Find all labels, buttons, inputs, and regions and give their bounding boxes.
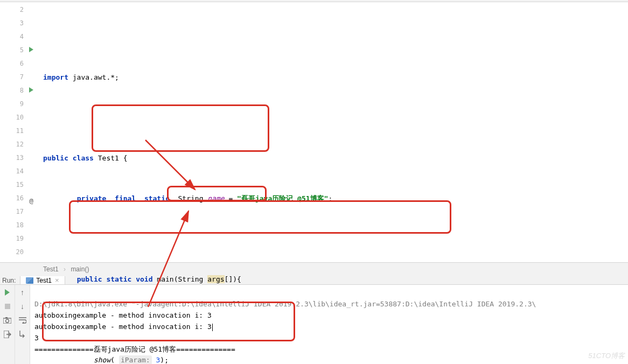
line-number: 19 [0, 232, 24, 246]
line-number: 12 [0, 138, 24, 151]
line-number-gutter: 2 3 4 5 6 7 8 9 10 11 12 13 14 15 16@ 17… [0, 2, 37, 262]
run-toolbar-left [0, 285, 15, 364]
console-line: 3 [34, 334, 39, 342]
line-number: 13 [0, 151, 24, 165]
run-config-icon [26, 277, 33, 284]
line-number: 15 [0, 178, 24, 192]
up-arrow-icon[interactable]: ↑ [18, 288, 27, 297]
rerun-icon[interactable] [3, 288, 12, 297]
line-number: 20 [0, 246, 24, 259]
wrap-icon[interactable] [18, 316, 27, 325]
line-number: 2 [0, 3, 24, 17]
svg-rect-2 [5, 317, 8, 319]
run-main-icon[interactable] [29, 87, 33, 93]
run-toolbar-col2: ↑ ↓ [15, 285, 30, 364]
editor-area: 2 3 4 5 6 7 8 9 10 11 12 13 14 15 16@ 17… [0, 2, 628, 263]
stop-icon[interactable] [3, 302, 12, 311]
line-number: 17 [0, 205, 24, 219]
line-number: 16@ [0, 192, 24, 205]
line-number: 9 [0, 97, 24, 111]
run-label: Run: [0, 276, 20, 284]
line-number: 3 [0, 17, 24, 30]
watermark: 51CTO博客 [588, 351, 625, 361]
line-number: 5 [0, 44, 24, 57]
run-class-icon[interactable] [29, 47, 33, 52]
line-number: 7 [0, 71, 24, 84]
code-editor[interactable]: import java.awt.*; public class Test1 { … [37, 2, 628, 262]
svg-point-1 [6, 319, 9, 323]
line-number: 10 [0, 111, 24, 124]
scroll-to-end-icon[interactable] [18, 330, 27, 339]
line-number: 6 [0, 57, 24, 71]
camera-icon[interactable] [3, 316, 12, 325]
line-number: 18 [0, 219, 24, 232]
line-number: 4 [0, 30, 24, 44]
exit-icon[interactable] [3, 330, 12, 339]
line-number: 14 [0, 165, 24, 178]
down-arrow-icon[interactable]: ↓ [18, 302, 27, 311]
override-icon[interactable]: @ [29, 194, 33, 207]
line-number: 11 [0, 124, 24, 138]
line-number: 8 [0, 84, 24, 97]
